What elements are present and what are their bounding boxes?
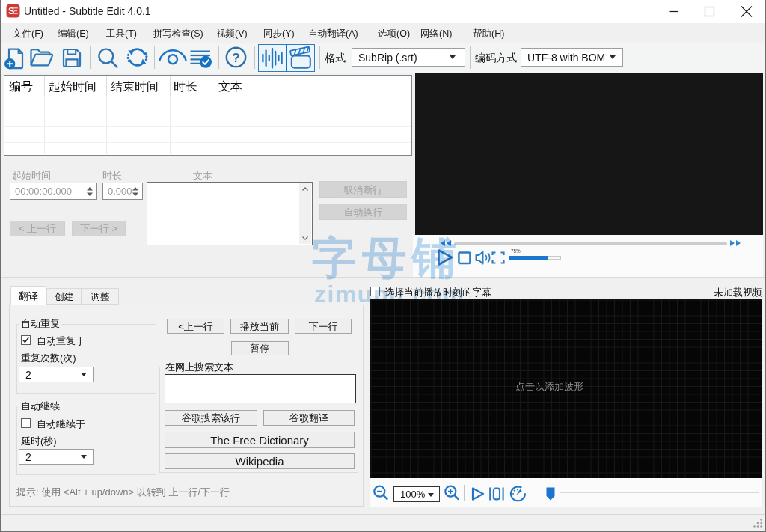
svg-text:S: S — [8, 6, 14, 16]
svg-text:?: ? — [232, 51, 239, 65]
